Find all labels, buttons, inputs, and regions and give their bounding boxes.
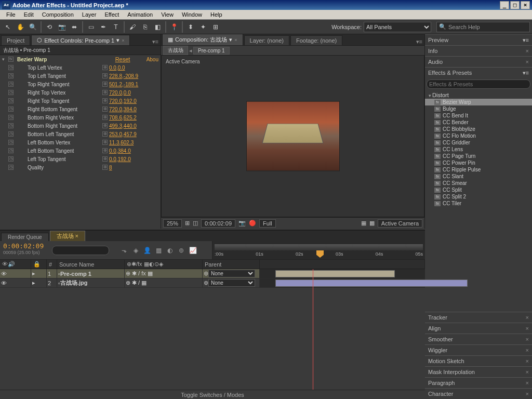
panel-title[interactable]: Smoother xyxy=(428,336,453,342)
layer-row[interactable]: 👁 ▸ 1 ▫ Pre-comp 1 ⊕ ✱ / fx ▦ ⊚ None xyxy=(0,269,425,278)
stopwatch-icon[interactable]: ◷ xyxy=(8,165,14,170)
value-link-icon[interactable]: ⊕ xyxy=(102,82,108,87)
twirl-icon[interactable]: ▸ xyxy=(32,280,35,286)
minimize-button[interactable]: _ xyxy=(500,1,509,9)
close-icon[interactable]: × xyxy=(122,38,124,43)
pickwhip-icon[interactable]: ⊚ xyxy=(204,280,208,286)
mask-icon[interactable]: ◫ xyxy=(193,220,198,227)
brainstorm-icon[interactable]: ⊚ xyxy=(177,247,186,254)
effect-item[interactable]: fxCC Tiler xyxy=(425,200,532,207)
hide-shy-icon[interactable]: 👤 xyxy=(142,247,152,254)
zoom-tool[interactable]: 🔍 xyxy=(27,21,38,33)
param-value[interactable]: 720.0,384.0 xyxy=(109,107,158,112)
layer-name[interactable]: Pre-comp 1 xyxy=(60,271,91,277)
param-value[interactable]: 720.0,0.0 xyxy=(109,90,158,96)
menu-layer[interactable]: Layer xyxy=(78,11,101,18)
timeline-ruler[interactable]: :00s 01s 02s 03s 04s 05s xyxy=(212,241,425,259)
menu-edit[interactable]: Edit xyxy=(20,11,38,18)
effect-name[interactable]: Bezier Warp xyxy=(15,57,115,62)
view-axis-icon[interactable]: ⊞ xyxy=(210,21,221,33)
brush-tool[interactable]: 🖌 xyxy=(127,21,138,33)
layer-row[interactable]: 👁 ▸ 2 ▫ 古战场.jpg ⊕ ✱ / ▦ ⊚ None xyxy=(0,278,425,288)
close-icon[interactable]: × xyxy=(526,391,529,397)
project-tab[interactable]: Project xyxy=(1,35,30,45)
param-value[interactable]: 720.0,192.0 xyxy=(109,98,158,104)
effects-search-input[interactable] xyxy=(427,79,530,89)
fx-toggle[interactable]: fx xyxy=(8,57,14,62)
resolution-select[interactable]: Full xyxy=(259,219,276,228)
timeline-search-input[interactable] xyxy=(52,246,109,255)
stopwatch-icon[interactable]: ◷ xyxy=(8,123,14,128)
stopwatch-icon[interactable]: ◷ xyxy=(8,131,14,137)
effects-category[interactable]: ▾Distort xyxy=(425,91,532,99)
value-link-icon[interactable]: ⊕ xyxy=(102,115,108,120)
close-icon[interactable]: × xyxy=(526,336,529,342)
about-link[interactable]: Abou xyxy=(147,57,158,62)
timecode-display[interactable]: 0:00:02:09 xyxy=(201,219,235,228)
stopwatch-icon[interactable]: ◷ xyxy=(8,82,14,87)
param-value[interactable]: 501.2,-189.1 xyxy=(109,82,158,87)
selection-tool[interactable]: ↖ xyxy=(2,21,14,33)
close-icon[interactable]: × xyxy=(526,48,529,54)
zoom-level[interactable]: 25% xyxy=(163,219,182,228)
timeline-comp-tab[interactable]: 古战场 × xyxy=(50,231,85,241)
menu-composition[interactable]: Composition xyxy=(38,11,78,18)
text-tool[interactable]: T xyxy=(110,21,122,33)
view-select[interactable]: Active Camera xyxy=(378,219,422,228)
effect-item[interactable]: fxCC Lens xyxy=(425,146,532,153)
stopwatch-icon[interactable]: ◷ xyxy=(8,98,14,103)
param-value[interactable]: 253.0,457.9 xyxy=(109,131,158,137)
layer-name[interactable]: 古战场.jpg xyxy=(60,279,88,287)
param-value[interactable]: 0.0,192.0 xyxy=(109,156,158,162)
stopwatch-icon[interactable]: ◷ xyxy=(8,156,14,162)
panel-menu-icon[interactable]: ▾≡ xyxy=(523,70,529,76)
effect-item[interactable]: fxCC Split xyxy=(425,187,532,193)
value-link-icon[interactable]: ⊕ xyxy=(102,65,108,70)
panel-menu-icon[interactable]: ▾≡ xyxy=(523,37,529,44)
switches-row[interactable]: ⊕ ✱ / fx ▦ xyxy=(126,270,153,277)
toggle-switches-button[interactable]: Toggle Switches / Modes xyxy=(181,392,244,398)
breadcrumb-item[interactable]: Pre-comp 1 xyxy=(193,47,230,55)
effect-item[interactable]: fxBezier Warp xyxy=(425,99,532,105)
current-timecode[interactable]: 0:00:02:09 xyxy=(3,242,49,250)
param-value[interactable]: 11.3,602.3 xyxy=(109,140,158,145)
effects-presets-title[interactable]: Effects & Presets xyxy=(428,70,472,76)
stopwatch-icon[interactable]: ◷ xyxy=(8,115,14,120)
param-value[interactable]: 499.3,440.0 xyxy=(109,123,158,129)
region-icon[interactable]: ▩ xyxy=(369,220,375,227)
stopwatch-icon[interactable]: ◷ xyxy=(8,140,14,145)
graph-editor-icon[interactable]: 📈 xyxy=(188,247,197,254)
motion-blur-icon[interactable]: ◐ xyxy=(165,247,175,254)
param-value[interactable]: 0.0,384.0 xyxy=(109,148,158,154)
eraser-tool[interactable]: ◧ xyxy=(152,21,163,33)
value-link-icon[interactable]: ⊕ xyxy=(102,165,108,170)
clone-tool[interactable]: ⎘ xyxy=(139,21,151,33)
effect-item[interactable]: fxBulge xyxy=(425,105,532,112)
grid-icon[interactable]: ⊞ xyxy=(185,220,190,227)
effect-item[interactable]: fxCC Bender xyxy=(425,119,532,126)
comp-mini-flowchart-icon[interactable]: ⬎ xyxy=(119,247,129,254)
close-icon[interactable]: × xyxy=(526,314,529,321)
effect-controls-tab[interactable]: ⬡ Effect Controls: Pre-comp 1▾× xyxy=(31,35,130,45)
panel-title[interactable]: Motion Sketch xyxy=(428,358,464,364)
composition-tab[interactable]: ▦ Composition: 古战场▾× xyxy=(162,34,243,45)
pickwhip-icon[interactable]: ⊚ xyxy=(204,270,208,277)
eye-icon[interactable]: 👁 xyxy=(1,280,7,286)
frame-blend-icon[interactable]: ▦ xyxy=(154,247,163,254)
panel-title[interactable]: Tracker xyxy=(428,314,447,321)
effect-item[interactable]: fxCC Bend It xyxy=(425,112,532,119)
menu-help[interactable]: Help xyxy=(206,11,227,18)
render-queue-tab[interactable]: Render Queue xyxy=(1,233,49,241)
local-axis-icon[interactable]: ⬍ xyxy=(185,21,196,33)
effect-item[interactable]: fxCC Smear xyxy=(425,180,532,187)
param-value[interactable]: 8 xyxy=(109,165,158,170)
panel-title[interactable]: Character xyxy=(428,391,453,397)
value-link-icon[interactable]: ⊕ xyxy=(102,140,108,145)
effect-item[interactable]: fxCC Blobbylize xyxy=(425,126,532,132)
workspace-select[interactable]: All Panels xyxy=(364,22,431,32)
close-icon[interactable]: × xyxy=(526,347,529,353)
camera-tool[interactable]: 📷 xyxy=(56,21,68,33)
param-value[interactable]: 0.0,0.0 xyxy=(109,65,158,71)
maximize-button[interactable]: □ xyxy=(510,1,520,9)
value-link-icon[interactable]: ⊕ xyxy=(102,131,108,137)
